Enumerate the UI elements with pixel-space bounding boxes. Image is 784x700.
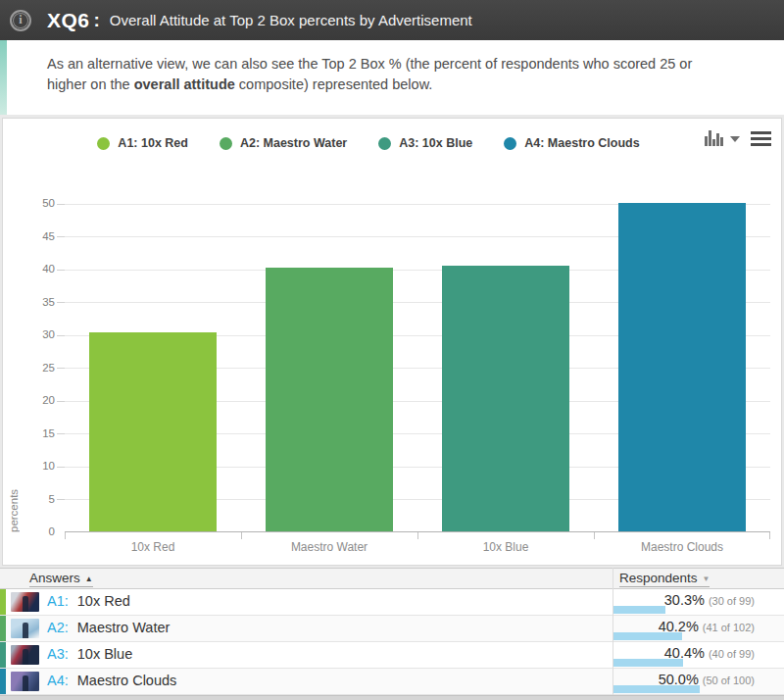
answer-text: A2:Maestro Water — [47, 620, 170, 635]
y-axis-tick — [57, 433, 65, 434]
answer-label: Maestro Water — [77, 620, 171, 635]
ad-thumbnail — [11, 645, 39, 665]
legend-dot — [504, 137, 516, 150]
answer-label: 10x Blue — [77, 646, 132, 662]
x-axis-tick — [594, 532, 595, 539]
ad-thumbnail-detail — [23, 675, 28, 691]
y-axis-tick-label: 5 — [18, 493, 55, 505]
x-axis-category-label: 10x Red — [65, 540, 241, 554]
table-row[interactable]: A1:10x Red30.3%(30 of 99) — [0, 589, 784, 616]
chart-type-icon[interactable] — [705, 130, 723, 146]
sort-ascending-icon: ▲ — [85, 575, 93, 583]
table-row[interactable]: A4:Maestro Clouds50.0%(50 of 100) — [0, 669, 784, 695]
info-icon[interactable]: i — [10, 10, 31, 31]
description-accent-bar — [0, 40, 7, 115]
legend-item[interactable]: A1: 10x Red — [97, 136, 188, 150]
description-panel: As an alternative view, we can also see … — [7, 40, 784, 115]
respondents-count: (41 of 102) — [703, 622, 755, 633]
legend-dot — [378, 137, 391, 150]
chart-bar[interactable] — [618, 203, 746, 531]
question-title: Overall Attitude at Top 2 Box percents b… — [110, 12, 472, 28]
ad-thumbnail-detail — [23, 596, 28, 612]
answers-column-header[interactable]: Answers▲ — [29, 571, 93, 587]
respondents-count: (40 of 99) — [709, 648, 755, 660]
y-axis-tick — [57, 302, 65, 303]
legend-item[interactable]: A4: Maestro Clouds — [504, 136, 639, 150]
ad-thumbnail — [11, 592, 39, 612]
y-axis-tick-label: 50 — [18, 197, 55, 209]
answer-code: A4: — [47, 673, 69, 688]
row-color-accent — [0, 589, 6, 615]
row-color-accent — [0, 669, 6, 694]
table-row[interactable]: A2:Maestro Water40.2%(41 of 102) — [0, 616, 784, 642]
y-axis-tick — [57, 236, 65, 237]
ad-thumbnail — [11, 619, 39, 638]
answer-code: A3: — [47, 646, 69, 662]
legend-label: A1: 10x Red — [118, 136, 188, 150]
question-id-colon: : — [94, 10, 100, 31]
row-color-accent — [0, 642, 6, 668]
app-window: i XQ6 : Overall Attitude at Top 2 Box pe… — [0, 0, 784, 700]
respondents-column-header[interactable]: Respondents▼ — [619, 571, 710, 587]
footer-strip — [0, 695, 784, 700]
x-axis-tick — [65, 532, 66, 539]
y-axis-tick — [57, 368, 65, 369]
answer-label: Maestro Clouds — [77, 673, 177, 688]
plot-area: percents 0510152025303540455010x RedMaes… — [65, 204, 770, 532]
y-axis-tick — [57, 401, 65, 402]
legend-label: A2: Maestro Water — [240, 136, 347, 150]
respondents-bar — [613, 632, 682, 640]
x-axis-category-label: 10x Blue — [417, 540, 594, 554]
results-table: Answers▲ Respondents▼ A1:10x Red30.3%(30… — [0, 568, 784, 695]
y-axis-tick-label: 25 — [18, 362, 55, 374]
answer-text: A3:10x Blue — [47, 646, 132, 662]
chart-card: A1: 10x RedA2: Maestro WaterA3: 10x Blue… — [2, 118, 782, 566]
y-axis-tick-label: 20 — [18, 394, 55, 406]
y-axis-tick — [57, 467, 65, 468]
table-header-row: Answers▲ Respondents▼ — [0, 568, 784, 589]
ad-thumbnail-detail — [23, 623, 28, 638]
respondents-bar — [613, 606, 665, 614]
respondents-count: (50 of 100) — [703, 675, 755, 686]
chart-legend: A1: 10x RedA2: Maestro WaterA3: 10x Blue… — [3, 134, 734, 152]
x-axis-tick — [417, 532, 418, 539]
y-axis-tick-label: 0 — [18, 525, 55, 537]
y-axis-tick-label: 35 — [18, 296, 55, 308]
chevron-down-icon[interactable] — [730, 136, 740, 142]
respondents-bar — [613, 685, 700, 693]
y-axis-tick — [57, 499, 65, 500]
y-axis-tick — [57, 204, 65, 205]
table-body: A1:10x Red30.3%(30 of 99)A2:Maestro Wate… — [0, 589, 784, 695]
legend-dot — [220, 137, 232, 150]
legend-item[interactable]: A3: 10x Blue — [378, 136, 472, 150]
row-color-accent — [0, 616, 6, 641]
y-axis-tick-label: 30 — [18, 328, 55, 340]
question-header: i XQ6 : Overall Attitude at Top 2 Box pe… — [0, 0, 784, 40]
legend-item[interactable]: A2: Maestro Water — [220, 136, 347, 150]
answer-text: A4:Maestro Clouds — [47, 673, 176, 688]
y-axis-tick — [57, 335, 65, 336]
chart-bar[interactable] — [266, 268, 393, 531]
answer-code: A2: — [47, 620, 69, 635]
chart-bar[interactable] — [442, 266, 569, 531]
x-axis-category-label: Maestro Water — [241, 540, 417, 554]
chart-toolbar — [705, 130, 771, 146]
respondents-count: (30 of 99) — [709, 595, 755, 607]
legend-dot — [97, 137, 110, 150]
x-axis-category-label: Maestro Clouds — [594, 540, 770, 554]
sort-descending-icon: ▼ — [703, 575, 710, 583]
y-axis-tick-label: 40 — [18, 263, 55, 275]
column-separator — [612, 568, 613, 695]
legend-label: A3: 10x Blue — [399, 136, 472, 150]
y-axis-tick-label: 15 — [18, 427, 55, 439]
legend-label: A4: Maestro Clouds — [524, 136, 639, 150]
respondents-bar — [613, 659, 683, 667]
table-row[interactable]: A3:10x Blue40.4%(40 of 99) — [0, 642, 784, 669]
ad-thumbnail-detail — [23, 649, 28, 665]
menu-icon[interactable] — [751, 131, 771, 146]
question-id: XQ6 — [47, 9, 90, 32]
y-axis-tick-label: 45 — [18, 230, 55, 242]
x-axis-tick — [769, 532, 770, 539]
chart-bar[interactable] — [89, 332, 217, 531]
answer-text: A1:10x Red — [47, 593, 130, 609]
